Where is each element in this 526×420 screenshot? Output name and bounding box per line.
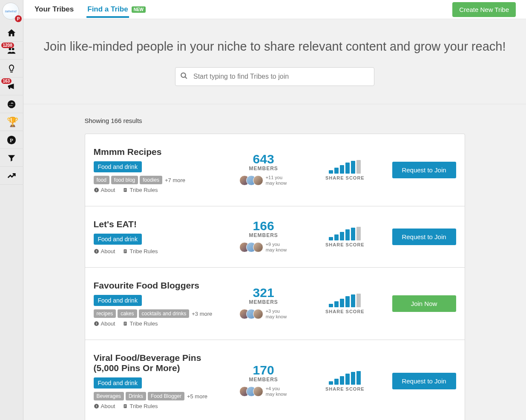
svg-point-1	[12, 48, 14, 50]
member-count: 643	[227, 153, 300, 166]
more-tags-link[interactable]: +7 more	[165, 177, 185, 183]
you-may-know-text: +9 you may know	[266, 242, 288, 252]
member-avatars[interactable]: +9 you may know	[239, 242, 288, 252]
nav-filter[interactable]	[0, 149, 23, 167]
nav-ideas[interactable]	[0, 60, 23, 77]
category-pill[interactable]: Food and drink	[94, 295, 142, 306]
left-sidebar: tailwind P 1208 163 🏆 P	[0, 0, 23, 420]
share-score-label: SHARE SCORE	[308, 175, 381, 180]
tribe-card: Favourite Food Bloggers Food and drink r…	[85, 267, 465, 340]
tribe-rules-link[interactable]: Tribe Rules	[123, 403, 158, 409]
members-label: MEMBERS	[227, 377, 300, 383]
nav-announcements[interactable]: 163	[0, 77, 23, 95]
members-label: MEMBERS	[227, 166, 300, 171]
category-pill[interactable]: Food and drink	[94, 234, 142, 245]
lightbulb-icon	[7, 64, 16, 73]
member-avatars[interactable]: +3 you may know	[239, 309, 288, 319]
tag-pill[interactable]: cakes	[118, 309, 137, 318]
funnel-icon	[7, 153, 16, 163]
search-input[interactable]	[175, 67, 374, 86]
tribe-rules-link[interactable]: Tribe Rules	[123, 320, 158, 327]
tag-pill[interactable]: Food Blogger	[148, 392, 184, 400]
badge-count: 163	[1, 78, 12, 84]
request-to-join-button[interactable]: Request to Join	[392, 373, 456, 389]
tab-find-a-tribe[interactable]: Find a TribeNEW	[86, 5, 146, 14]
about-link[interactable]: i About	[94, 187, 115, 193]
new-badge: NEW	[132, 6, 146, 13]
request-to-join-button[interactable]: Request to Join	[392, 229, 456, 245]
score-bar	[356, 160, 361, 174]
share-score-bars	[329, 160, 361, 174]
score-bar	[345, 296, 350, 307]
score-bar	[329, 170, 333, 174]
svg-rect-9	[124, 189, 126, 189]
members-label: MEMBERS	[227, 299, 300, 305]
tribe-title[interactable]: Mmmm Recipes	[94, 147, 219, 157]
tribe-title[interactable]: Viral Food/Beverage Pins (5,000 Pins Or …	[94, 353, 219, 373]
score-bar	[351, 372, 355, 385]
globe-icon	[7, 100, 16, 109]
more-tags-link[interactable]: +5 more	[187, 393, 207, 400]
score-bar	[340, 299, 344, 307]
more-tags-link[interactable]: +3 more	[192, 311, 212, 317]
svg-point-2	[8, 100, 15, 108]
member-avatars[interactable]: +11 you may know	[239, 175, 288, 185]
tag-pill[interactable]: recipes	[94, 309, 116, 318]
score-bar	[334, 301, 339, 307]
tribe-rules-link[interactable]: Tribe Rules	[123, 187, 158, 193]
join-now-button[interactable]: Join Now	[392, 295, 456, 312]
svg-text:i: i	[96, 404, 97, 408]
svg-rect-11	[124, 191, 126, 191]
svg-rect-27	[124, 405, 126, 406]
tribe-title[interactable]: Favourite Food Bloggers	[94, 280, 219, 291]
svg-rect-16	[124, 251, 126, 251]
tribe-rules-link[interactable]: Tribe Rules	[123, 248, 158, 254]
score-bar	[329, 237, 333, 240]
tag-pill[interactable]: Drinks	[126, 392, 146, 400]
member-count: 321	[227, 286, 300, 299]
top-bar: Your Tribes Find a TribeNEW Create New T…	[23, 0, 526, 19]
about-link[interactable]: i About	[94, 403, 115, 409]
share-score-label: SHARE SCORE	[308, 242, 381, 247]
share-score-bars	[329, 371, 361, 385]
tag-pill[interactable]: food blog	[111, 176, 138, 184]
nav-trends[interactable]	[0, 167, 23, 185]
about-link[interactable]: i About	[94, 320, 115, 327]
request-to-join-button[interactable]: Request to Join	[392, 162, 456, 178]
category-pill[interactable]: Food and drink	[94, 161, 142, 172]
score-bar	[334, 168, 339, 174]
avatar	[253, 386, 263, 397]
avatar	[253, 242, 263, 252]
tag-pill[interactable]: food	[94, 176, 109, 184]
app-logo[interactable]: tailwind P	[2, 3, 21, 21]
share-score-label: SHARE SCORE	[308, 386, 381, 391]
nav-people[interactable]: 1208	[0, 42, 23, 60]
tag-pill[interactable]: foodies	[140, 176, 162, 184]
create-new-tribe-button[interactable]: Create New Tribe	[452, 2, 516, 17]
nav-globe[interactable]	[0, 95, 23, 113]
tribe-card: Let's EAT! Food and drink i About Tribe …	[85, 206, 465, 267]
share-score-label: SHARE SCORE	[308, 309, 381, 314]
nav-pinterest[interactable]: P	[0, 131, 23, 149]
score-bar	[340, 232, 344, 240]
svg-text:i: i	[96, 322, 97, 326]
score-bar	[356, 227, 361, 240]
nav-home[interactable]	[0, 24, 23, 42]
svg-rect-15	[124, 250, 126, 251]
hero-headline: Join like-minded people in your niche to…	[32, 40, 517, 54]
score-bar	[351, 161, 355, 174]
tab-your-tribes[interactable]: Your Tribes	[34, 1, 75, 18]
category-pill[interactable]: Food and drink	[94, 377, 142, 389]
nav-trophy[interactable]: 🏆	[0, 113, 23, 131]
tribe-card: Viral Food/Beverage Pins (5,000 Pins Or …	[85, 340, 465, 420]
score-bar	[334, 379, 339, 385]
score-bar	[340, 376, 344, 385]
score-bar	[351, 228, 355, 240]
tribe-title[interactable]: Let's EAT!	[94, 219, 219, 229]
about-link[interactable]: i About	[94, 248, 115, 254]
member-avatars[interactable]: +4 you may know	[239, 386, 288, 396]
tag-pill[interactable]: cocktails and drinks	[139, 309, 190, 318]
score-bar	[356, 371, 361, 385]
avatar	[253, 175, 263, 186]
tag-pill[interactable]: Beverages	[94, 392, 124, 400]
